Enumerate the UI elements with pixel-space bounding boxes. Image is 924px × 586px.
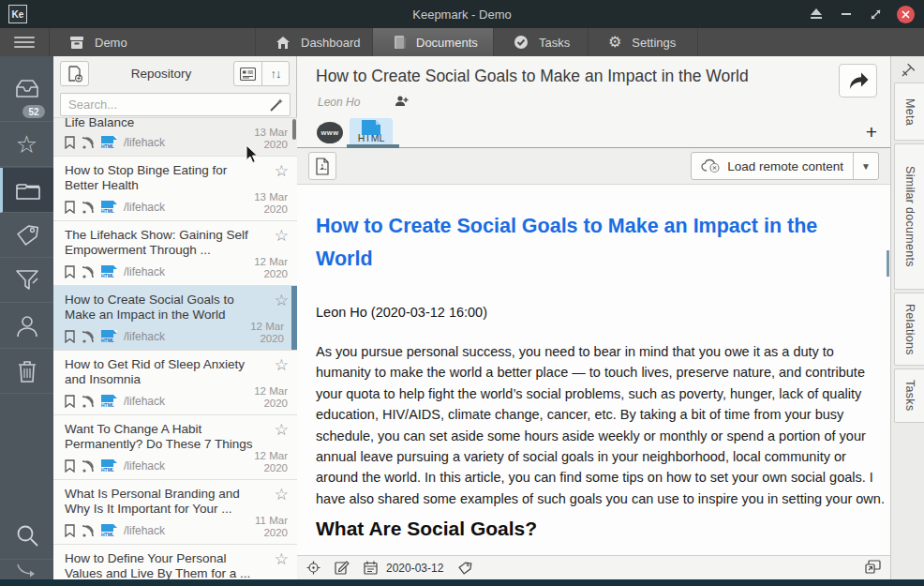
add-view-button[interactable]: +: [866, 118, 877, 146]
sidebar-item-trash[interactable]: [0, 350, 53, 394]
html-file-icon: HTML: [101, 201, 117, 214]
item-date: 12 Mar2020: [254, 450, 288, 474]
document-list: Life Balance HTML /lifehack 13 Mar2020 H…: [53, 117, 297, 579]
tab-tasks-panel[interactable]: Tasks: [894, 368, 924, 423]
window-controls: [807, 0, 915, 28]
document-scrollbar-thumb[interactable]: [887, 250, 889, 277]
tab-demo[interactable]: Demo: [50, 28, 256, 56]
tab-similar-documents[interactable]: Similar documents: [894, 143, 924, 290]
item-title: Want To Change A Habit Permanently? Do T…: [53, 415, 297, 452]
status-tag-icon[interactable]: [457, 562, 472, 575]
sidebar-item-search[interactable]: [0, 511, 53, 560]
item-path: /lifehack: [124, 395, 165, 408]
list-view-icon: [240, 68, 256, 81]
user-icon: [16, 314, 38, 338]
document-toolbar: Load remote content ▼: [297, 148, 890, 185]
sidebar-item-repository[interactable]: [0, 168, 53, 213]
sort-icon: ↑↓: [271, 67, 281, 81]
sort-button[interactable]: ↑↓: [261, 62, 289, 85]
item-path: /lifehack: [124, 459, 165, 473]
inbox-count-badge: 52: [22, 105, 45, 118]
favorite-star-icon[interactable]: ☆: [275, 551, 289, 567]
folder-icon: [15, 180, 41, 201]
repository-title: Repository: [89, 67, 233, 81]
sidebar-item-favorites[interactable]: ☆: [0, 123, 53, 167]
html-file-icon: [362, 120, 380, 135]
globe-icon: www: [317, 122, 343, 143]
rss-icon: [82, 460, 95, 473]
tab-relations-label: Relations: [903, 304, 917, 355]
locate-icon[interactable]: [306, 561, 320, 575]
list-item[interactable]: Life Balance HTML /lifehack 13 Mar2020: [53, 117, 297, 157]
rss-icon: [82, 396, 95, 408]
item-meta: HTML /lifehack: [65, 265, 165, 278]
window-title: Keepmark - Demo: [0, 8, 924, 22]
minimize-icon[interactable]: [837, 6, 855, 23]
menu-button[interactable]: [0, 28, 50, 56]
open-external-icon[interactable]: [865, 560, 881, 574]
keep-above-icon[interactable]: [807, 6, 825, 23]
tab-documents[interactable]: Documents: [373, 28, 494, 56]
list-item[interactable]: Want To Change A Habit Permanently? Do T…: [53, 415, 297, 480]
inbox-icon: [14, 78, 40, 100]
item-meta: HTML /lifehack: [65, 395, 165, 408]
add-author-icon[interactable]: [395, 95, 409, 107]
tab-relations[interactable]: Relations: [894, 293, 924, 366]
item-title: How to Stop Binge Eating for Better Heal…: [53, 157, 297, 193]
list-item[interactable]: How to Define Your Personal Values and L…: [53, 545, 297, 579]
tab-web-view[interactable]: www: [316, 120, 344, 144]
document-view[interactable]: How to Create Social Goals to Make an Im…: [297, 185, 890, 555]
new-document-button[interactable]: [60, 61, 89, 86]
sidebar-item-tags[interactable]: [0, 214, 53, 258]
search-input[interactable]: [60, 93, 291, 116]
document-author: Leon Ho: [318, 96, 360, 109]
tab-meta[interactable]: Meta: [894, 83, 924, 141]
view-mode-button[interactable]: [234, 62, 261, 85]
favorite-star-icon[interactable]: ☆: [275, 293, 289, 308]
item-date: 12 Mar2020: [250, 321, 284, 345]
sidebar-item-inbox[interactable]: 52: [0, 56, 53, 122]
item-title: How to Get Rid of Sleep Anxiety and Inso…: [53, 351, 297, 387]
load-remote-dropdown[interactable]: ▼: [853, 153, 878, 179]
list-item[interactable]: How to Get Rid of Sleep Anxiety and Inso…: [53, 351, 297, 415]
tab-settings[interactable]: ⚙ Settings: [589, 28, 698, 56]
check-circle-icon: [514, 35, 529, 50]
favorite-star-icon[interactable]: ☆: [275, 487, 289, 503]
tab-tasks[interactable]: Tasks: [494, 28, 589, 56]
home-icon: [276, 36, 291, 50]
favorite-star-icon[interactable]: ☆: [275, 422, 289, 438]
bookmark-icon: [65, 395, 75, 408]
list-scrollbar-thumb[interactable]: [292, 119, 296, 140]
sidebar-item-jump[interactable]: [0, 561, 53, 579]
tab-html-view[interactable]: HTML: [350, 118, 393, 147]
dropdown-arrow-icon: ▼: [861, 161, 871, 172]
load-remote-button[interactable]: Load remote content: [692, 153, 853, 179]
main-nav: Demo Dashboard Documents Tasks ⚙ Setting…: [0, 28, 924, 56]
sidebar-item-filters[interactable]: [0, 259, 53, 303]
sidebar-item-authors[interactable]: [0, 304, 53, 349]
html-file-icon: HTML: [101, 395, 117, 408]
status-date: 2020-03-12: [386, 562, 443, 575]
export-pdf-button[interactable]: [308, 152, 336, 180]
filter-wand-icon[interactable]: [269, 98, 284, 113]
favorite-star-icon[interactable]: ☆: [275, 357, 289, 373]
html-file-icon: HTML: [101, 459, 117, 473]
list-item[interactable]: The Lifehack Show: Gaining Self Empowerm…: [53, 221, 297, 286]
share-button[interactable]: [839, 64, 877, 98]
list-item[interactable]: How to Stop Binge Eating for Better Heal…: [53, 157, 297, 221]
tab-dashboard[interactable]: Dashboard: [256, 28, 373, 56]
maximize-icon[interactable]: [867, 6, 885, 23]
pdf-file-icon: [315, 158, 330, 175]
item-path: /lifehack: [124, 201, 165, 214]
list-item-selected[interactable]: How to Create Social Goals to Make an Im…: [53, 286, 297, 351]
favorite-star-icon[interactable]: ☆: [275, 163, 289, 179]
close-icon[interactable]: [897, 6, 915, 23]
calendar-icon[interactable]: [364, 561, 378, 575]
item-path: /lifehack: [124, 136, 165, 149]
favorite-star-icon[interactable]: ☆: [275, 228, 289, 244]
item-meta: HTML /lifehack: [65, 201, 165, 214]
document-title: How to Create Social Goals to Make an Im…: [316, 67, 803, 86]
list-item[interactable]: What Is Personal Branding and Why Is It …: [53, 480, 297, 545]
pin-icon[interactable]: [899, 63, 916, 80]
edit-note-icon[interactable]: [335, 561, 350, 575]
